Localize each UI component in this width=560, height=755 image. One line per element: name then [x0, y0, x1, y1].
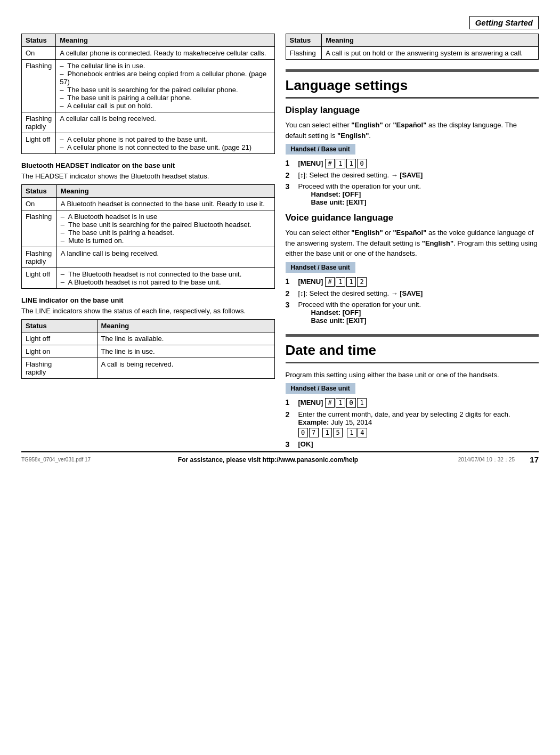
col-status-1: Status — [22, 34, 56, 47]
step-d1: 1 [MENU] #101 — [286, 398, 539, 408]
table-row: Flashingrapidly A cellular call is being… — [22, 112, 275, 133]
footer-left-meta: TG958x_0704_ver031.pdf 17 — [21, 457, 107, 462]
cell-status: Flashing — [22, 60, 56, 112]
cell-meaning: A landline call is being received. — [56, 247, 274, 268]
line-section-desc: The LINE indicators show the status of e… — [21, 307, 275, 315]
cell-status: Flashingrapidly — [22, 358, 98, 379]
cell-meaning: A call is put on hold or the answering s… — [322, 47, 539, 60]
cell-status: On — [22, 47, 56, 60]
table-row: On A cellular phone is connected. Ready … — [22, 47, 275, 60]
table-row: On A Bluetooth headset is connected to t… — [22, 198, 275, 210]
step-v1: 1 [MENU] #112 — [286, 277, 539, 287]
col-status-3: Status — [22, 320, 98, 332]
cell-meaning: The line is in use. — [97, 345, 274, 358]
bluetooth-section-title: Bluetooth HEADSET indicator on the base … — [21, 161, 275, 169]
table-row: Flashing – The cellular line is in use. … — [22, 60, 275, 112]
step-num-d1: 1 — [286, 398, 295, 407]
step-num-d2: 2 — [286, 410, 295, 419]
table-row: Flashingrapidly A landline call is being… — [22, 247, 275, 268]
handset-badge-1: Handset / Base unit — [286, 144, 355, 155]
step-num-d3: 3 — [286, 440, 295, 449]
display-language-steps: 1 [MENU] #110 2 [↕]: Select the desired … — [286, 159, 539, 206]
step-num-v3: 3 — [286, 301, 295, 309]
cell-status: Light off — [22, 133, 56, 154]
cell-meaning: A call is being received. — [97, 358, 274, 379]
col-meaning-4: Meaning — [322, 34, 539, 47]
step-num-3: 3 — [286, 182, 295, 191]
col-status-4: Status — [286, 34, 322, 47]
table-row: Light off The line is available. — [22, 332, 275, 345]
bluetooth-table: Status Meaning On A Bluetooth headset is… — [21, 184, 275, 289]
step-2: 2 [↕]: Select the desired setting. → [SA… — [286, 171, 539, 180]
step-num-v2: 2 — [286, 289, 295, 298]
cell-status: Light off — [22, 332, 98, 345]
handset-badge-3: Handset / Base unit — [286, 383, 355, 394]
section-separator-2 — [286, 334, 539, 337]
right-column: Status Meaning Flashing A call is put on… — [286, 34, 539, 451]
voice-guidance-steps: 1 [MENU] #112 2 [↕]: Select the desired … — [286, 277, 539, 324]
main-content: Status Meaning On A cellular phone is co… — [21, 34, 539, 451]
step-d2: 2 Enter the current month, date, and yea… — [286, 410, 539, 437]
cell-meaning: A Bluetooth headset is connected to the … — [56, 198, 274, 210]
step-content-2: [↕]: Select the desired setting. → [SAVE… — [298, 171, 539, 179]
cell-status: On — [22, 198, 57, 210]
step-v3: 3 Proceed with the operation for your un… — [286, 301, 539, 324]
date-time-heading: Date and time — [286, 342, 539, 363]
col-meaning-2: Meaning — [56, 185, 274, 198]
table-row: Light on The line is in use. — [22, 345, 275, 358]
cellular-table: Status Meaning On A cellular phone is co… — [21, 34, 275, 154]
step-v2: 2 [↕]: Select the desired setting. → [SA… — [286, 289, 539, 298]
section-separator-1 — [286, 69, 539, 72]
footer-page-num: 17 — [525, 455, 539, 464]
bluetooth-section-desc: The HEADSET indicator shows the Bluetoot… — [21, 172, 275, 180]
step-content-v3: Proceed with the operation for your unit… — [298, 301, 539, 324]
header-title: Getting Started — [469, 16, 539, 29]
table-row: Light off – A cellular phone is not pair… — [22, 133, 275, 154]
col-meaning-3: Meaning — [97, 320, 274, 332]
page-container: Getting Started Status Meaning On A cell… — [21, 16, 539, 464]
footer-bar: TG958x_0704_ver031.pdf 17 For assistance… — [21, 451, 539, 464]
cell-meaning: A cellular phone is connected. Ready to … — [56, 47, 274, 60]
left-column: Status Meaning On A cellular phone is co… — [21, 34, 275, 451]
voice-guidance-body: You can select either "English" or "Espa… — [286, 228, 539, 259]
language-settings-heading: Language settings — [286, 77, 539, 99]
footer-right-meta: 2014/07/04 10：32：25 — [429, 456, 515, 464]
line-table: Status Meaning Light off The line is ava… — [21, 319, 275, 379]
step-content-1: [MENU] #110 — [298, 159, 539, 168]
cell-meaning: A cellular call is being received. — [56, 112, 274, 133]
step-content-v2: [↕]: Select the desired setting. → [SAVE… — [298, 289, 539, 297]
step-content-3: Proceed with the operation for your unit… — [298, 182, 539, 206]
handset-badge-2: Handset / Base unit — [286, 262, 355, 273]
cell-status: Flashing — [286, 47, 322, 60]
header-bar: Getting Started — [21, 16, 539, 29]
table-row: Flashing A call is put on hold or the an… — [286, 47, 539, 60]
cell-status: Flashingrapidly — [22, 247, 57, 268]
col-status-2: Status — [22, 185, 57, 198]
display-language-body: You can select either "English" or "Espa… — [286, 120, 539, 141]
cell-status: Light off — [22, 268, 57, 289]
col-meaning-1: Meaning — [56, 34, 274, 47]
cell-meaning: – The Bluetooth headset is not connected… — [56, 268, 274, 289]
date-time-steps: 1 [MENU] #101 2 Enter the current month,… — [286, 398, 539, 449]
display-language-heading: Display language — [286, 105, 539, 116]
step-num-2: 2 — [286, 171, 295, 180]
cell-meaning: – A cellular phone is not paired to the … — [56, 133, 274, 154]
flashing-top-table: Status Meaning Flashing A call is put on… — [286, 34, 539, 60]
step-content-d1: [MENU] #101 — [298, 398, 539, 408]
step-content-d3: [OK] — [298, 440, 539, 448]
step-content-d2: Enter the current month, date, and year … — [298, 410, 539, 437]
table-row: Flashingrapidly A call is being received… — [22, 358, 275, 379]
footer-help-text: For assistance, please visit http://www.… — [107, 456, 429, 464]
table-row: Light off – The Bluetooth headset is not… — [22, 268, 275, 289]
cell-status: Light on — [22, 345, 98, 358]
step-3: 3 Proceed with the operation for your un… — [286, 182, 539, 206]
step-1: 1 [MENU] #110 — [286, 159, 539, 168]
table-row: Flashing – A Bluetooth headset is in use… — [22, 210, 275, 247]
line-section-title: LINE indicator on the base unit — [21, 296, 275, 304]
step-num-1: 1 — [286, 159, 295, 167]
date-time-body: Program this setting using either the ba… — [286, 370, 539, 380]
step-content-v1: [MENU] #112 — [298, 277, 539, 287]
cell-meaning: – A Bluetooth headset is in use – The ba… — [56, 210, 274, 247]
cell-meaning: The line is available. — [97, 332, 274, 345]
cell-status: Flashingrapidly — [22, 112, 56, 133]
